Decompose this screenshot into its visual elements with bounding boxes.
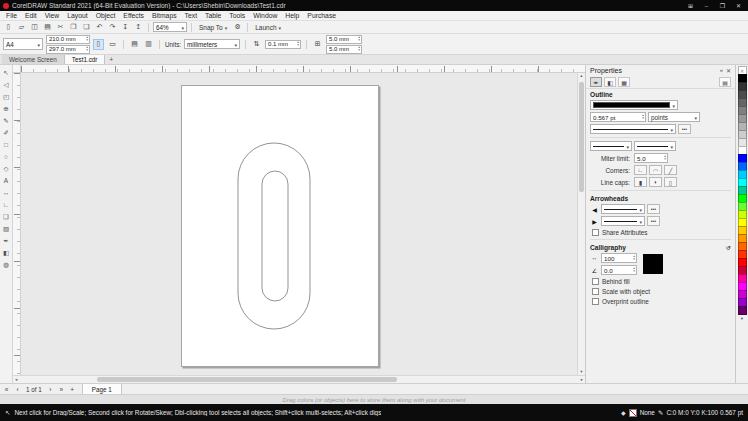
- tab-test1-cdr[interactable]: Test1.cdr: [65, 55, 106, 64]
- spinner-arrows-icon[interactable]: [642, 114, 644, 120]
- nib-stretch-input[interactable]: 100: [601, 253, 637, 263]
- menu-item[interactable]: Text: [181, 12, 201, 19]
- menu-item[interactable]: Effects: [119, 12, 148, 19]
- horizontal-scroll-thumb[interactable]: [97, 377, 397, 382]
- minimize-button[interactable]: –: [700, 3, 713, 9]
- menu-item[interactable]: File: [2, 12, 21, 19]
- nib-angle-input[interactable]: 0.0: [601, 265, 637, 275]
- export-icon[interactable]: ↥: [133, 22, 144, 33]
- artistic-media-tool[interactable]: ✐: [1, 127, 12, 138]
- import-icon[interactable]: ↧: [120, 22, 131, 33]
- redo-icon[interactable]: ↷: [107, 22, 118, 33]
- page-size-dropdown[interactable]: A4: [3, 38, 43, 50]
- crop-tool[interactable]: ◰: [1, 91, 12, 102]
- transparency-tab-icon[interactable]: ▦: [618, 77, 630, 87]
- save-icon[interactable]: ◫: [29, 22, 40, 33]
- end-arrowhead-options-button[interactable]: •••: [647, 216, 660, 226]
- color-swatch[interactable]: [738, 306, 747, 315]
- snap-to-dropdown[interactable]: Snap To: [196, 24, 230, 31]
- drawing-page[interactable]: [181, 85, 379, 367]
- vertical-ruler[interactable]: [13, 73, 21, 375]
- zoom-level-dropdown[interactable]: 64%: [153, 22, 187, 32]
- menu-item[interactable]: Edit: [21, 12, 41, 19]
- page-height-input[interactable]: 297.0 mm: [46, 45, 90, 54]
- page-1-tab[interactable]: Page 1: [82, 384, 122, 394]
- scroll-left-icon[interactable]: ◂: [15, 377, 17, 383]
- scroll-right-icon[interactable]: ▸: [581, 377, 583, 383]
- menu-item[interactable]: Object: [92, 12, 120, 19]
- scale-with-object-checkbox[interactable]: [592, 288, 599, 295]
- page-properties-tab-icon[interactable]: ▤: [719, 77, 731, 87]
- duplicate-y-input[interactable]: 5.0 mm: [326, 45, 362, 54]
- menu-item[interactable]: Bitmaps: [148, 12, 181, 19]
- ruler-origin[interactable]: [13, 65, 21, 73]
- horizontal-ruler[interactable]: [21, 65, 585, 73]
- new-document-tab-button[interactable]: +: [105, 55, 117, 64]
- open-icon[interactable]: ▱: [16, 22, 27, 33]
- line-cap-button[interactable]: ◗: [649, 177, 662, 187]
- numeral-zero-shape[interactable]: [182, 86, 380, 368]
- paste-icon[interactable]: ❏: [81, 22, 92, 33]
- smart-fill-tool[interactable]: ◍: [1, 259, 12, 270]
- menu-item[interactable]: Window: [249, 12, 281, 19]
- transparency-tool[interactable]: ▨: [1, 223, 12, 234]
- menu-item[interactable]: Table: [201, 12, 225, 19]
- rectangle-tool[interactable]: □: [1, 139, 12, 150]
- outline-width-units-dropdown[interactable]: points: [648, 112, 700, 122]
- vertical-scroll-thumb[interactable]: [579, 82, 584, 192]
- ellipse-tool[interactable]: ○: [1, 151, 12, 162]
- polygon-tool[interactable]: ◇: [1, 163, 12, 174]
- connector-tool[interactable]: ∟: [1, 199, 12, 210]
- spinner-arrows-icon[interactable]: [358, 36, 360, 42]
- canvas[interactable]: [21, 73, 577, 375]
- interactive-fill-tool[interactable]: ◧: [1, 247, 12, 258]
- maximize-button[interactable]: ❐: [716, 2, 729, 9]
- outline-tab-icon[interactable]: ✒: [590, 77, 602, 87]
- line-style-dropdown[interactable]: [590, 124, 676, 134]
- first-page-button[interactable]: «: [2, 384, 11, 394]
- outline-position-dropdown[interactable]: [590, 141, 632, 151]
- spinner-arrows-icon[interactable]: [664, 155, 666, 161]
- next-page-button[interactable]: ›: [46, 384, 55, 394]
- start-arrowhead-options-button[interactable]: •••: [647, 204, 660, 214]
- outline-settings-button[interactable]: •••: [678, 124, 691, 134]
- current-page-button[interactable]: ▥: [143, 39, 154, 50]
- page-width-input[interactable]: 210.0 mm: [46, 35, 90, 44]
- outline-width-input[interactable]: 0.567 pt: [590, 112, 646, 122]
- duplicate-x-input[interactable]: 5.0 mm: [326, 35, 362, 44]
- behind-fill-checkbox[interactable]: [592, 278, 599, 285]
- zoom-tool[interactable]: ⊕: [1, 103, 12, 114]
- menu-item[interactable]: Tools: [225, 12, 249, 19]
- portrait-button[interactable]: ▯: [93, 39, 104, 50]
- add-page-button[interactable]: +: [68, 384, 77, 394]
- cut-icon[interactable]: ✂: [55, 22, 66, 33]
- palette-scroll-down-icon[interactable]: ▾: [741, 316, 743, 321]
- units-dropdown[interactable]: millimeters: [184, 39, 240, 49]
- corner-style-button[interactable]: ∟: [634, 165, 647, 175]
- dock-panel-icon[interactable]: «: [720, 67, 723, 74]
- tab-welcome-screen[interactable]: Welcome Screen: [2, 55, 65, 64]
- text-tool[interactable]: A: [1, 175, 12, 186]
- copy-icon[interactable]: ❐: [68, 22, 79, 33]
- last-page-button[interactable]: »: [57, 384, 66, 394]
- document-palette-bar[interactable]: Drag colors (or objects) here to store t…: [0, 394, 748, 404]
- print-icon[interactable]: ▤: [42, 22, 53, 33]
- undo-icon[interactable]: ↶: [94, 22, 105, 33]
- spinner-arrows-icon[interactable]: [358, 46, 360, 52]
- line-cap-button[interactable]: ▯: [664, 177, 677, 187]
- end-arrowhead-dropdown[interactable]: [601, 216, 645, 226]
- close-button[interactable]: ✕: [732, 2, 745, 9]
- scroll-up-icon[interactable]: ▴: [580, 73, 582, 79]
- corner-style-button[interactable]: ◠: [649, 165, 662, 175]
- start-arrowhead-dropdown[interactable]: [601, 204, 645, 214]
- previous-page-button[interactable]: ‹: [13, 384, 22, 394]
- fill-tab-icon[interactable]: ◧: [604, 77, 616, 87]
- launch-dropdown[interactable]: Launch: [252, 24, 284, 31]
- new-document-icon[interactable]: ▯: [3, 22, 14, 33]
- shape-tool[interactable]: ◁: [1, 79, 12, 90]
- line-cap-button[interactable]: ▮: [634, 177, 647, 187]
- share-attributes-checkbox[interactable]: [592, 229, 599, 236]
- spinner-arrows-icon[interactable]: [297, 41, 299, 47]
- reset-calligraphy-icon[interactable]: ↺: [726, 244, 731, 251]
- spinner-arrows-icon[interactable]: [86, 46, 88, 52]
